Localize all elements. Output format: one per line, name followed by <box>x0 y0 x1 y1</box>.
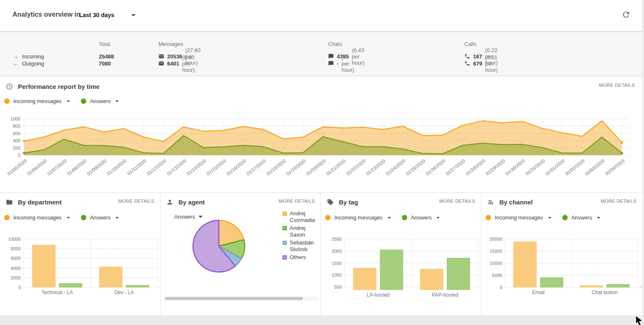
svg-text:500: 500 <box>334 285 342 290</box>
chevron-down-icon <box>67 101 70 102</box>
legend-label: Incoming messages <box>334 214 383 221</box>
legend-incoming-messages[interactable]: Incoming messages <box>4 98 70 104</box>
svg-text:5000: 5000 <box>492 273 502 278</box>
pie-legend-item: Others <box>283 254 322 261</box>
phone-icon <box>464 53 470 59</box>
svg-text:01/22/2020: 01/22/2020 <box>345 158 366 176</box>
svg-text:01/16/2020: 01/16/2020 <box>226 158 247 176</box>
svg-text:01/25/2020: 01/25/2020 <box>405 158 426 176</box>
row-label: Incoming <box>22 53 44 60</box>
svg-text:8000: 8000 <box>11 246 21 251</box>
svg-text:20000: 20000 <box>489 237 502 242</box>
performance-report-panel: Performance report by time MORE DETAILS … <box>0 76 642 192</box>
legend-incoming-messages[interactable]: Incoming messages <box>325 214 391 221</box>
svg-text:02/04/2020: 02/04/2020 <box>604 158 625 176</box>
chevron-down-icon <box>131 14 135 16</box>
legend-swatch <box>283 226 287 230</box>
channel-legend: Incoming messages Answers <box>486 214 600 221</box>
svg-text:01/09/2020: 01/09/2020 <box>86 158 108 176</box>
panel-by-channel: By channel MORE DETAILS Incoming message… <box>481 193 642 315</box>
legend-dot <box>402 215 407 220</box>
chevron-down-icon <box>436 217 440 219</box>
summary-stats-band: → Incoming ← Outgoing Total 25488 7080 M… <box>0 32 642 76</box>
svg-text:Email: Email <box>532 290 544 295</box>
legend-dot <box>562 215 568 220</box>
top-app-bar: Analytics overview in Last 30 days <box>0 0 642 31</box>
legend-answers[interactable]: Answers <box>81 214 119 221</box>
date-range-select[interactable]: Last 30 days <box>79 10 135 20</box>
svg-text:01/15/2020: 01/15/2020 <box>205 158 227 176</box>
svg-text:2000: 2000 <box>11 275 21 280</box>
chevron-down-icon <box>115 101 119 102</box>
svg-text:1000: 1000 <box>332 272 342 277</box>
total-incoming-value: 25488 <box>99 53 114 60</box>
svg-text:02/02/2020: 02/02/2020 <box>564 158 586 176</box>
legend-label: Answers <box>90 98 111 104</box>
svg-text:6000: 6000 <box>11 256 21 261</box>
svg-text:10000: 10000 <box>8 237 21 242</box>
mouse-cursor <box>635 316 644 325</box>
legend-label: Sebastián Slušník <box>290 239 322 253</box>
more-details-link[interactable]: MORE DETAILS <box>599 83 635 88</box>
svg-text:02/01/2020: 02/01/2020 <box>544 158 566 176</box>
agent-metric-dropdown[interactable]: Answers <box>174 214 203 220</box>
svg-text:15000: 15000 <box>489 249 502 254</box>
refresh-button[interactable] <box>621 10 631 19</box>
more-details-link[interactable]: MORE DETAILS <box>439 199 475 204</box>
legend-answers[interactable]: Answers <box>81 98 119 104</box>
more-details-link[interactable]: MORE DETAILS <box>601 199 636 204</box>
horizontal-scrollbar <box>165 297 317 300</box>
panel-title: By tag <box>339 199 358 206</box>
dropdown-label: Answers <box>174 214 195 220</box>
svg-text:0: 0 <box>500 285 502 290</box>
svg-text:01/18/2020: 01/18/2020 <box>266 158 287 176</box>
legend-dot <box>486 215 491 220</box>
legend-answers[interactable]: Answers <box>562 214 601 221</box>
outgoing-row-label: ← Outgoing <box>13 60 44 67</box>
svg-text:LA-hosted: LA-hosted <box>367 292 390 298</box>
incoming-row-label: → Incoming <box>13 53 44 60</box>
more-details-link[interactable]: MORE DETAILS <box>118 199 154 204</box>
more-details-link[interactable]: MORE DETAILS <box>279 199 315 204</box>
svg-text:400: 400 <box>13 138 20 143</box>
panel-by-agent: By agent MORE DETAILS Answers Andrej Csi… <box>160 193 321 315</box>
legend-label: Answers <box>571 214 592 221</box>
panel-by-tag: By tag MORE DETAILS Incoming messages An… <box>321 193 481 315</box>
department-bar-chart: 0200040006000800010000Technical - LADev … <box>0 232 160 301</box>
svg-text:0: 0 <box>18 285 21 290</box>
svg-text:1500: 1500 <box>332 261 342 266</box>
timer-icon <box>6 83 13 90</box>
svg-text:01/19/2020: 01/19/2020 <box>286 158 307 176</box>
calls-incoming-count: 167 <box>473 53 482 60</box>
scrollbar-thumb[interactable] <box>165 297 303 300</box>
calls-outgoing-count: 679 <box>473 60 482 67</box>
panel-title: By channel <box>499 199 533 206</box>
tag-icon <box>327 199 334 206</box>
legend-label: Incoming messages <box>13 214 62 221</box>
svg-text:01/14/2020: 01/14/2020 <box>186 158 207 176</box>
svg-text:01/24/2020: 01/24/2020 <box>385 158 406 176</box>
svg-text:200: 200 <box>13 146 20 151</box>
legend-incoming-messages[interactable]: Incoming messages <box>486 214 551 221</box>
department-legend: Incoming messages Answers <box>4 214 119 221</box>
svg-text:10000: 10000 <box>489 261 502 266</box>
panel-by-department: By department MORE DETAILS Incoming mess… <box>0 193 160 315</box>
chevron-down-icon <box>115 217 119 219</box>
panel-title: By agent <box>178 199 205 206</box>
performance-legend: Incoming messages Answers <box>4 98 119 104</box>
legend-label: Andrej Csizmadia <box>290 210 322 224</box>
svg-text:800: 800 <box>13 123 20 128</box>
legend-swatch <box>283 212 287 216</box>
svg-text:1000: 1000 <box>10 116 20 121</box>
legend-answers[interactable]: Answers <box>402 214 440 221</box>
legend-incoming-messages[interactable]: Incoming messages <box>4 214 70 221</box>
arrow-left-icon: ← <box>13 60 19 67</box>
legend-label: Incoming messages <box>495 214 543 221</box>
svg-text:0: 0 <box>18 153 20 158</box>
column-header: Calls <box>464 41 476 47</box>
legend-swatch <box>283 255 287 259</box>
svg-text:01/05/2020: 01/05/2020 <box>6 158 28 176</box>
page-title: Analytics overview in <box>13 11 80 18</box>
svg-text:01/11/2020: 01/11/2020 <box>126 158 147 176</box>
channel-bar-chart: 05000100001500020000EmailChat button <box>481 232 642 301</box>
